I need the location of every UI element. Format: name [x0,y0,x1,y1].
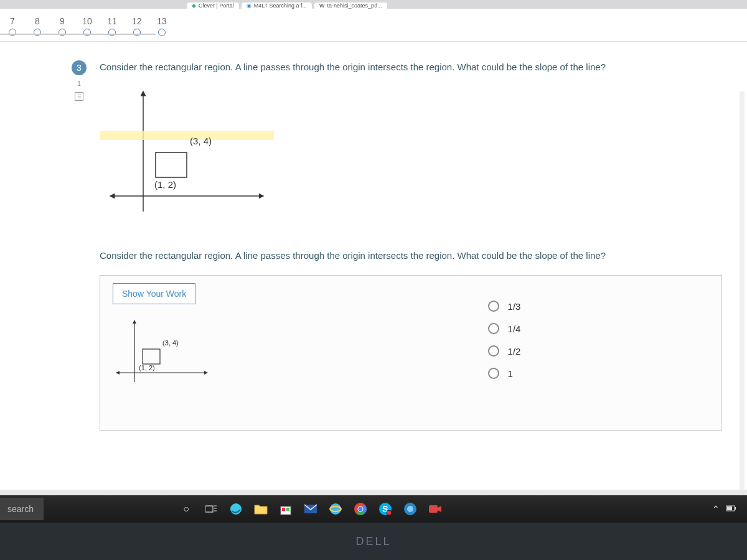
cortana-icon[interactable]: ○ [176,498,197,520]
battery-icon[interactable] [726,504,737,514]
coord-label-bl: (1, 2) [154,179,176,190]
svg-rect-13 [282,508,285,511]
question-points: 1 [77,80,81,87]
svg-rect-14 [286,508,289,511]
radio-icon [488,323,499,334]
browser-tab[interactable]: ◆ Clever | Portal [187,2,239,9]
scrollbar[interactable] [740,91,745,490]
option-1-4[interactable]: 1/4 [488,323,521,334]
svg-point-27 [407,506,413,512]
nav-dot-icon [34,29,41,36]
svg-rect-31 [727,506,732,510]
radio-icon [488,301,499,312]
svg-point-22 [359,507,363,511]
tab-favicon: ◆ [192,2,196,9]
store-icon[interactable] [275,498,296,520]
file-explorer-icon[interactable] [250,498,271,520]
question-prompt-1: Consider the rectangular region. A line … [100,60,722,75]
system-tray[interactable]: ⌃ [712,504,745,514]
windows-taskbar: search ○ S ⌃ [0,495,747,523]
tray-chevron-icon[interactable]: ⌃ [712,504,720,514]
radio-icon [488,368,499,379]
svg-rect-2 [156,152,187,177]
answer-options: 1/3 1/4 1/2 1 [488,301,521,405]
nav-connector-line [0,34,156,35]
radio-icon [488,345,499,357]
question-flag-icon[interactable]: ☰ [75,92,83,101]
nav-question-13[interactable]: 13 [156,16,168,36]
coord-label-tr: (3, 4) [190,136,212,146]
svg-point-25 [387,510,392,515]
svg-rect-6 [143,349,160,364]
svg-rect-7 [205,506,213,512]
question-prompt-2: Consider the rectangular region. A line … [100,249,722,263]
dell-logo: DELL [355,535,391,548]
nav-dot-icon [158,29,166,36]
question-badge-column: 3 1 ☰ [72,60,87,101]
option-1-2[interactable]: 1/2 [488,345,521,357]
taskbar-search[interactable]: search [0,498,44,520]
small-coordinate-plane-figure: (3, 4) (1, 2) [113,317,212,391]
nav-dot-icon [59,29,66,36]
browser-tab[interactable]: ◉ M4LT Searching a f... [242,2,312,9]
task-view-icon[interactable] [200,498,222,520]
question-content: 3 1 ☰ Consider the rectangular region. A… [0,42,747,490]
svg-point-16 [330,503,341,515]
tab-title: ta-nehisi_coates_pd... [327,2,382,9]
tab-favicon: W [319,2,325,9]
nav-dot-icon [108,29,116,36]
mail-icon[interactable] [300,498,321,520]
show-work-panel: Show Your Work (3, 4) (1, 2) [100,275,722,431]
svg-rect-3 [100,131,274,140]
tab-favicon: ◉ [247,2,251,9]
svg-rect-30 [735,507,736,510]
tab-title: M4LT Searching a f... [254,2,307,9]
nav-dot-icon [83,29,91,36]
skype-icon[interactable]: S [375,498,396,520]
app-icon[interactable] [400,498,421,520]
ie-icon[interactable] [325,498,346,520]
option-1-3[interactable]: 1/3 [488,301,521,312]
small-coord-label-tr: (3, 4) [162,339,179,347]
chrome-icon[interactable] [350,498,371,520]
svg-rect-28 [429,505,438,513]
nav-dot-icon [9,29,16,36]
coordinate-plane-figure: (3, 4) (1, 2) [100,87,274,230]
option-1[interactable]: 1 [488,368,521,379]
edge-icon[interactable] [225,498,247,520]
browser-tab-strip: ◆ Clever | Portal ◉ M4LT Searching a f..… [0,0,747,9]
browser-tab[interactable]: W ta-nehisi_coates_pd... [314,2,387,9]
nav-dot-icon [133,29,141,36]
question-navigator: 5 7 8 9 10 11 12 13 [0,9,747,42]
laptop-bezel: DELL [0,523,747,560]
show-your-work-button[interactable]: Show Your Work [113,283,195,304]
question-number-badge: 3 [72,60,87,75]
tab-title: Clever | Portal [199,2,234,9]
small-coord-label-bl: (1, 2) [139,364,155,371]
video-icon[interactable] [425,498,446,520]
